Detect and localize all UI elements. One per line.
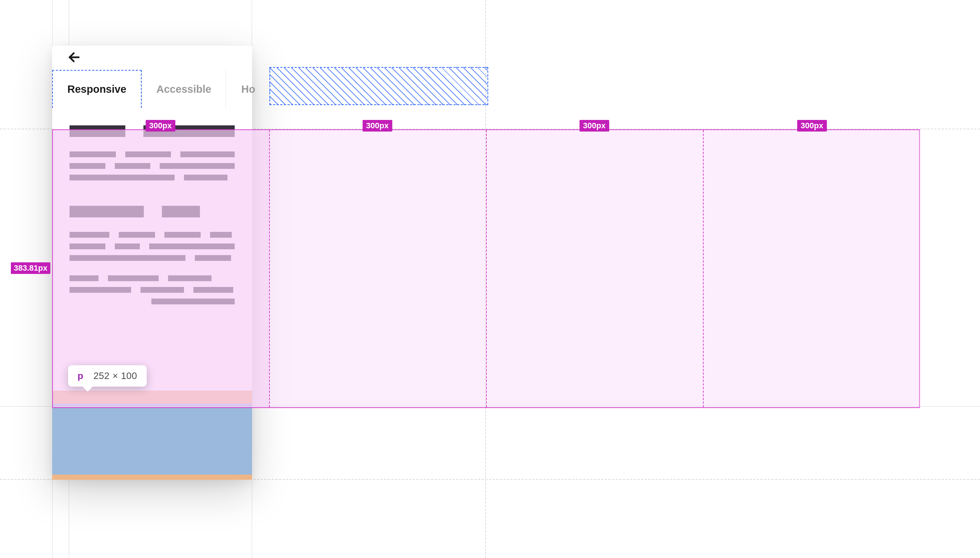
grid-height-label: 383.81px <box>11 263 50 274</box>
tabpanel-responsive <box>52 108 252 325</box>
grid-column-width-label: 300px <box>579 120 609 131</box>
grid-column-width-label: 300px <box>797 120 827 131</box>
grid-column-3: 300px <box>487 130 704 407</box>
content-section-1 <box>70 125 235 181</box>
tab-label: Accessible <box>157 83 211 95</box>
tab-label: Horizo <box>241 83 257 95</box>
tab-label: Responsive <box>67 83 126 95</box>
content-section-2 <box>70 206 235 304</box>
grid-column-2: 300px <box>270 130 487 407</box>
tooltip-dims: 252 × 100 <box>93 370 137 382</box>
tablist-overflow-selection <box>270 67 488 105</box>
tab-responsive[interactable]: Responsive <box>52 70 142 108</box>
tablist: Responsive Accessible Horizo <box>52 70 252 108</box>
grid-column-width-label: 300px <box>146 120 175 131</box>
tab-horizontal[interactable]: Horizo <box>226 70 257 108</box>
content-media-placeholder <box>52 391 252 480</box>
back-arrow-icon[interactable] <box>67 50 81 66</box>
tooltip-tag: p <box>77 370 83 382</box>
element-inspect-tooltip: p 252 × 100 <box>68 365 147 387</box>
tab-accessible[interactable]: Accessible <box>142 70 226 108</box>
mobile-preview-frame: Responsive Accessible Horizo <box>52 46 252 480</box>
grid-column-4: 300px <box>704 130 921 407</box>
mobile-header <box>52 46 252 70</box>
grid-column-width-label: 300px <box>363 120 392 131</box>
